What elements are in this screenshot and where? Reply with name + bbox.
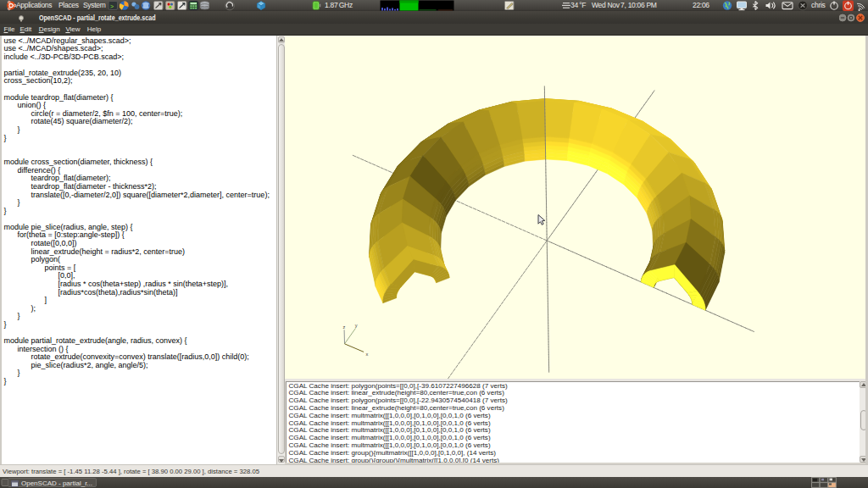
svg-text:>: > <box>110 3 114 10</box>
svg-text:z: z <box>343 324 346 330</box>
svg-text:x: x <box>365 352 368 357</box>
svg-text:y: y <box>355 323 358 328</box>
